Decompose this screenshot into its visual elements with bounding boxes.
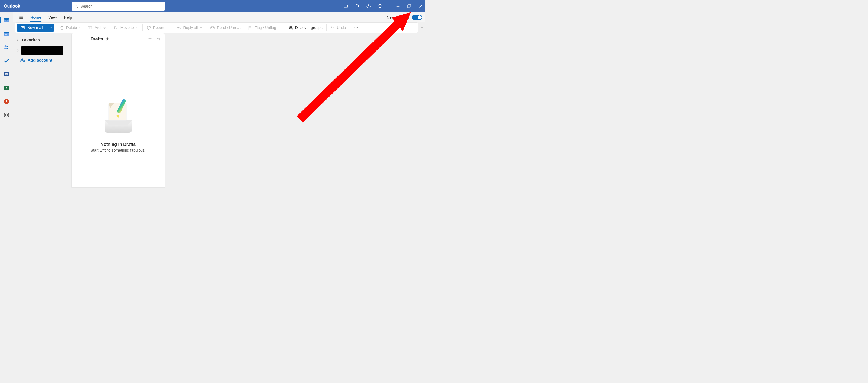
favorites-label: Favorites xyxy=(22,37,40,42)
svg-point-3 xyxy=(368,6,369,7)
chevron-down-icon xyxy=(79,26,82,29)
svg-rect-21 xyxy=(4,32,9,33)
app-word[interactable]: W xyxy=(3,70,10,78)
svg-point-16 xyxy=(291,26,292,27)
app-rail: W X P xyxy=(0,12,13,188)
search-input[interactable] xyxy=(80,4,162,8)
read-icon xyxy=(210,26,215,30)
app-excel[interactable]: X xyxy=(3,84,10,92)
folder-move-icon xyxy=(114,26,119,30)
svg-point-17 xyxy=(354,27,355,28)
mail-app-icon xyxy=(3,17,10,23)
ellipsis-icon xyxy=(354,25,359,30)
svg-rect-23 xyxy=(6,34,7,35)
archive-icon xyxy=(88,26,93,30)
todo-app-icon xyxy=(3,58,9,64)
empty-state-title: Nothing in Drafts xyxy=(101,142,136,147)
flag-icon xyxy=(248,26,252,30)
new-outlook-toggle[interactable] xyxy=(412,15,422,20)
settings-icon[interactable] xyxy=(366,4,371,9)
new-mail-dropdown[interactable] xyxy=(47,24,54,32)
app-calendar[interactable] xyxy=(3,30,10,37)
app-mail[interactable] xyxy=(3,16,10,24)
minimize-button[interactable] xyxy=(396,4,400,9)
more-options-button[interactable] xyxy=(350,23,362,33)
empty-state-subtitle: Start writing something fabulous. xyxy=(91,148,146,153)
chevron-down-icon xyxy=(421,26,424,29)
svg-rect-34 xyxy=(4,116,6,117)
move-to-label: Move to xyxy=(120,26,134,30)
new-mail-label: New mail xyxy=(27,26,43,30)
flag-button[interactable]: Flag / Unflag xyxy=(245,23,284,33)
add-account-label: Add account xyxy=(28,58,52,62)
delete-button[interactable]: Delete xyxy=(56,23,85,33)
chevron-down-icon xyxy=(199,26,203,29)
reply-all-label: Reply all xyxy=(183,26,198,30)
tab-help[interactable]: Help xyxy=(64,13,72,22)
read-unread-button[interactable]: Read / Unread xyxy=(207,23,245,33)
chevron-down-icon xyxy=(50,26,52,29)
svg-point-15 xyxy=(289,26,290,27)
sort-icon[interactable] xyxy=(156,37,161,41)
groups-icon xyxy=(289,26,293,30)
ribbon-expand-button[interactable] xyxy=(421,26,425,29)
app-powerpoint[interactable]: P xyxy=(3,98,10,105)
svg-rect-6 xyxy=(408,5,410,8)
new-mail-button[interactable]: New mail xyxy=(17,24,54,32)
app-more[interactable] xyxy=(3,111,10,119)
tips-icon[interactable] xyxy=(378,4,382,9)
maximize-button[interactable] xyxy=(407,4,412,9)
report-button[interactable]: Report xyxy=(143,23,172,33)
folder-pane: Favorites Add account xyxy=(13,33,71,188)
shield-icon xyxy=(147,26,151,30)
svg-point-25 xyxy=(6,45,8,47)
star-icon[interactable] xyxy=(105,37,110,41)
undo-icon xyxy=(330,26,335,30)
excel-app-icon: X xyxy=(3,85,9,91)
report-label: Report xyxy=(153,26,164,30)
svg-rect-35 xyxy=(7,116,8,117)
app-title: Outlook xyxy=(4,4,20,9)
word-app-icon: W xyxy=(3,71,9,77)
favorites-folder[interactable]: Favorites xyxy=(14,36,70,44)
undo-button[interactable]: Undo xyxy=(327,23,349,33)
svg-text:W: W xyxy=(5,73,8,76)
add-account-icon xyxy=(20,57,25,63)
undo-label: Undo xyxy=(337,26,346,30)
svg-rect-2 xyxy=(344,5,347,7)
account-redacted[interactable] xyxy=(21,46,63,55)
svg-point-0 xyxy=(75,5,77,7)
hamburger-menu[interactable] xyxy=(16,15,26,20)
search-box[interactable] xyxy=(72,2,165,10)
svg-rect-33 xyxy=(7,113,8,115)
chevron-right-icon xyxy=(16,38,20,41)
archive-button[interactable]: Archive xyxy=(85,23,111,33)
read-unread-label: Read / Unread xyxy=(217,26,241,30)
meet-now-icon[interactable] xyxy=(343,4,348,9)
ribbon: New mail Delete Archive Move to Report R… xyxy=(15,22,418,33)
close-button[interactable] xyxy=(418,4,423,9)
reply-all-button[interactable]: Reply all xyxy=(174,23,206,33)
svg-point-24 xyxy=(4,45,6,47)
tab-home[interactable]: Home xyxy=(30,13,41,22)
svg-rect-14 xyxy=(211,27,214,29)
notifications-icon[interactable] xyxy=(355,4,360,9)
svg-text:X: X xyxy=(5,87,7,90)
discover-groups-label: Discover groups xyxy=(295,26,322,30)
tab-view[interactable]: View xyxy=(48,13,57,22)
svg-point-36 xyxy=(21,58,23,60)
svg-text:P: P xyxy=(5,100,7,103)
svg-point-18 xyxy=(356,27,356,28)
add-account-button[interactable]: Add account xyxy=(14,55,70,64)
discover-groups-button[interactable]: Discover groups xyxy=(285,23,326,33)
filter-icon[interactable] xyxy=(148,37,152,41)
app-people[interactable] xyxy=(3,43,10,51)
move-to-button[interactable]: Move to xyxy=(111,23,142,33)
chevron-down-icon xyxy=(166,26,169,29)
svg-rect-13 xyxy=(89,26,92,27)
delete-label: Delete xyxy=(66,26,77,30)
app-todo[interactable] xyxy=(3,57,10,65)
svg-rect-32 xyxy=(4,113,6,115)
reply-all-icon xyxy=(177,26,182,30)
svg-point-19 xyxy=(357,27,358,28)
